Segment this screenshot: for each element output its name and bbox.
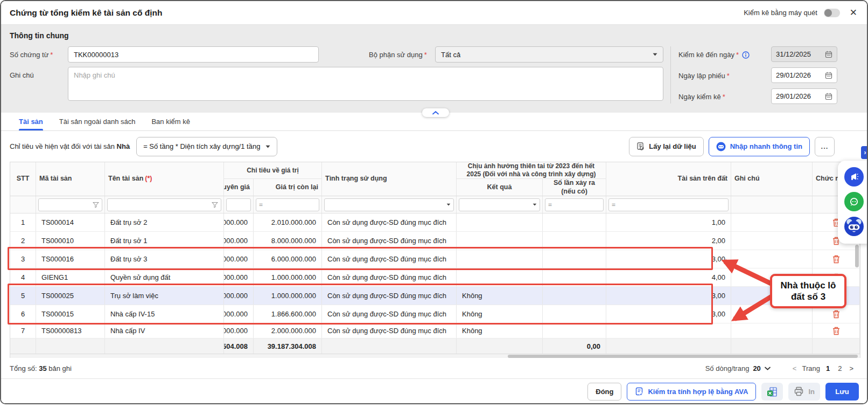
printer-icon: [794, 387, 804, 397]
page-2-button[interactable]: 2: [836, 364, 844, 372]
col-stt: STT: [10, 162, 36, 196]
filter-ma: [36, 196, 105, 213]
chevron-up-icon: [432, 111, 439, 115]
table-row-selected[interactable]: 5 TS000025 Trụ sở làm việc 0.000.000 1.0…: [10, 287, 860, 305]
filter-row: = = =: [10, 196, 860, 213]
close-button[interactable]: Đóng: [587, 383, 621, 401]
print-button[interactable]: In: [788, 383, 820, 401]
col-group-thien-tai: Chịu ảnh hưởng thiên tai từ 2023 đến hết…: [457, 162, 606, 179]
filter-con-lai-input[interactable]: =: [256, 198, 319, 211]
cell-ket-qua: [457, 232, 543, 250]
filter-nguyen-gia-input[interactable]: [226, 198, 251, 211]
bo-phan-select[interactable]: Tất cả: [435, 46, 663, 63]
criteria-dropdown[interactable]: = Số tầng * Diện tích xây dựng/1 tầng: [136, 137, 277, 156]
chevron-down-icon[interactable]: [765, 367, 771, 370]
prev-page-button[interactable]: <: [791, 364, 799, 372]
summary-row: 7.504.008 39.187.304.008 0,00: [10, 339, 860, 354]
kiem-ke-den-ngay-input[interactable]: 31/12/2025: [771, 46, 837, 62]
megaphone-icon: [849, 172, 859, 182]
table-row[interactable]: 1 TS000014 Đất trụ sở 2 0.000.000 2.010.…: [10, 213, 860, 232]
chat-support-button[interactable]: [844, 192, 864, 211]
filter-so-lan-input[interactable]: =: [545, 198, 604, 211]
filter-tinh-trang: [322, 196, 457, 213]
tab-ban-kiem-ke[interactable]: Ban kiểm kê: [151, 113, 190, 130]
so-chung-tu-input[interactable]: [68, 46, 319, 63]
table-row[interactable]: 3 TS000016 Đất trụ sở 3 0.000.000 6.000.…: [10, 250, 860, 268]
reload-data-button[interactable]: Lấy lại dữ liệu: [629, 137, 703, 156]
calendar-icon: [825, 51, 832, 58]
filter-ten-input[interactable]: [107, 198, 221, 211]
cell-tren-dat: 1,00: [606, 213, 731, 231]
export-excel-button[interactable]: [761, 383, 783, 401]
announcement-button[interactable]: [844, 167, 864, 187]
cell-con-lai: 2.000.000.000: [254, 323, 322, 338]
filter-ket-qua-select[interactable]: [459, 198, 540, 211]
cell-ten: Trụ sở làm việc: [105, 287, 224, 305]
cell-ten: Đất trụ sở 3: [105, 250, 224, 268]
cell-ghi-chu: [731, 213, 813, 231]
filter-tinh-trang-select[interactable]: [324, 198, 454, 211]
cell-ghi-chu: [731, 323, 813, 338]
cell-ma: TS000010: [36, 232, 105, 250]
cell-nguyen-gia: 0.000.000: [224, 268, 254, 286]
page-1-button[interactable]: 1: [824, 364, 832, 372]
cell-ghi-chu: [731, 232, 813, 250]
cell-tinh-trang: Còn sử dụng được-SD đúng mục đích: [322, 323, 457, 338]
filter-ma-input[interactable]: [38, 198, 102, 211]
close-icon[interactable]: ✕: [850, 8, 857, 17]
validate-ava-button[interactable]: Kiểm tra tính hợp lệ bằng AVA: [627, 383, 756, 401]
vertical-scrollbar[interactable]: [855, 245, 859, 267]
cell-tren-dat: 3,00: [606, 305, 731, 323]
table-row[interactable]: 7 TS00000813 Nhà cấp IV 0.000.000 2.000.…: [10, 323, 860, 339]
side-panel-toggle[interactable]: ›: [861, 146, 868, 159]
cell-ma: TS000016: [36, 250, 105, 268]
cell-tinh-trang: Còn sử dụng được-SD đúng mục đích: [322, 250, 457, 268]
table-row[interactable]: 6 TS000015 Nhà cấp IV-15 0.000.000 1.866…: [10, 305, 860, 323]
delete-row-icon[interactable]: [832, 327, 840, 335]
filter-tren-dat: =: [606, 196, 731, 213]
quick-input-button[interactable]: Nhập nhanh thông tin: [709, 137, 810, 156]
cell-ten: Quyền sử dụng đất: [105, 268, 224, 286]
inventory-dialog: Chứng từ tổng kiểm kê tài sản cố định Ki…: [0, 0, 868, 404]
ghi-chu-textarea[interactable]: [68, 67, 663, 101]
table-row[interactable]: 2 TS000010 Đất trụ sở 1 0.000.000 8.000.…: [10, 232, 860, 250]
collapse-button[interactable]: [422, 108, 449, 117]
more-actions-button[interactable]: ...: [815, 137, 835, 156]
delete-row-icon[interactable]: [832, 310, 840, 319]
funnel-icon[interactable]: [212, 202, 218, 208]
calendar-icon: [825, 72, 832, 79]
ngay-lap-phieu-input[interactable]: 29/01/2026: [771, 67, 837, 83]
ngay-kiem-ke-input[interactable]: 29/01/2026: [771, 88, 837, 104]
chevron-down-icon: [265, 145, 270, 148]
general-info-section: Thông tin chung Số chứng từ* Bộ phận sử …: [1, 25, 867, 113]
info-icon[interactable]: [742, 51, 750, 59]
cell-ma: TS000015: [36, 305, 105, 323]
scan-toggle[interactable]: [824, 9, 840, 17]
cell-ghi-chu: [731, 250, 813, 268]
ava-assistant-button[interactable]: [844, 217, 864, 236]
tab-tai-san[interactable]: Tài sản: [19, 113, 43, 130]
divider: [670, 46, 671, 104]
total-records: Tổng số: 35 bản ghi: [10, 364, 72, 372]
cell-nguyen-gia: 0.000.000: [224, 213, 254, 231]
delete-row-icon[interactable]: [832, 255, 840, 264]
cell-tinh-trang: Còn sử dụng được-SD đúng mục đích: [322, 305, 457, 323]
cell-so-lan: [543, 323, 606, 338]
filter-tren-dat-input[interactable]: =: [608, 198, 729, 211]
col-ma-tai-san: Mã tài sản: [36, 162, 105, 196]
filter-stt: [10, 196, 36, 213]
next-page-button[interactable]: >: [848, 364, 855, 372]
save-button[interactable]: Lưu: [825, 383, 859, 401]
rows-per-page-value[interactable]: 20: [753, 364, 760, 372]
cell-tren-dat: 3,00: [606, 287, 731, 305]
table-row[interactable]: 4 GIENG1 Quyền sử dụng đất 0.000.000 1.0…: [10, 268, 860, 287]
cell-ten: Nhà cấp IV: [105, 323, 224, 338]
calendar-icon: [825, 93, 832, 100]
cell-ma: TS000014: [36, 213, 105, 231]
filter-ten: [105, 196, 224, 213]
cell-so-lan: [543, 268, 606, 286]
funnel-icon[interactable]: [93, 202, 99, 208]
chat-bot-icon: [849, 196, 859, 207]
filter-ghi-chu: [731, 196, 813, 213]
tab-tai-san-ngoai-danh-sach[interactable]: Tài sản ngoài danh sách: [59, 113, 136, 130]
